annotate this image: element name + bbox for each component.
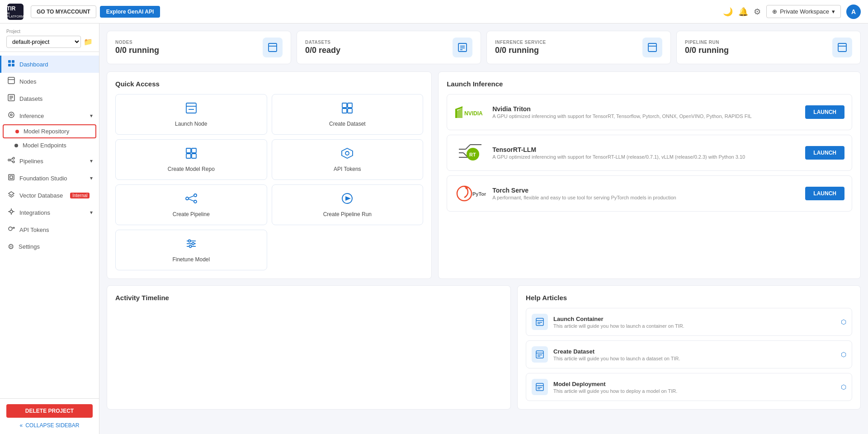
help-item-create-dataset[interactable]: Create Dataset This article will guide y… — [526, 340, 852, 368]
datasets-stat-icon[interactable] — [453, 38, 472, 57]
create-dataset-help-desc: This article will guide you how to launc… — [553, 356, 835, 361]
settings-icon[interactable]: ⚙ — [754, 7, 761, 17]
svg-point-47 — [345, 151, 349, 155]
collapse-sidebar-button[interactable]: « COLLAPSE SIDEBAR — [6, 422, 93, 429]
launch-inference-card: Launch Inference NVIDIA Nvidia Trito — [438, 71, 861, 279]
stat-nodes: NODES 0/0 running — [107, 31, 291, 64]
quick-access-grid: Launch Node Create Dataset Create Model … — [115, 94, 423, 270]
svg-point-24 — [9, 227, 12, 231]
inference-stat-value: 0/0 running — [495, 46, 546, 55]
sidebar-item-datasets[interactable]: Datasets — [0, 90, 99, 107]
torch-serve-launch-button[interactable]: LAUNCH — [805, 187, 844, 200]
launch-node-label: Launch Node — [175, 121, 207, 127]
sidebar-item-vector-database[interactable]: Vector Database Internal — [0, 187, 99, 204]
avatar-button[interactable]: A — [846, 5, 861, 19]
sidebar-item-pipelines[interactable]: Pipelines ▾ — [0, 152, 99, 170]
svg-rect-0 — [8, 60, 11, 63]
create-dataset-help-icon — [532, 346, 548, 363]
sidebar-item-inference[interactable]: Inference ▾ — [0, 107, 99, 124]
project-label: Project — [6, 29, 93, 34]
stat-inference-service: INFERENCE SERVICE 0/0 running — [486, 31, 671, 64]
sidebar-label-model-endpoints: Model Endpoints — [23, 142, 66, 149]
quick-item-finetune-model[interactable]: Finetune Model — [115, 230, 267, 270]
sidebar-item-settings[interactable]: ⚙ Settings — [0, 238, 99, 255]
launch-node-icon — [185, 102, 198, 117]
sidebar-item-dashboard[interactable]: Dashboard — [0, 56, 99, 73]
quick-item-create-pipeline-run[interactable]: Create Pipeline Run — [272, 184, 424, 225]
datasets-stat-value: 0/0 ready — [305, 46, 340, 55]
quick-item-create-dataset[interactable]: Create Dataset — [272, 94, 424, 135]
model-endpoints-dot — [14, 144, 18, 147]
svg-point-58 — [192, 243, 194, 245]
myaccount-button[interactable]: GO TO MYACCOUNT — [31, 5, 96, 18]
svg-rect-38 — [342, 103, 347, 108]
svg-point-49 — [194, 194, 197, 197]
logo-icon: TIR AI PLATFORM — [7, 4, 24, 20]
launch-container-ext-icon: ⬡ — [841, 318, 846, 326]
inference-items: NVIDIA Nvidia Triton A GPU optimized inf… — [447, 94, 852, 212]
sidebar-label-integrations: Integrations — [19, 209, 50, 216]
nodes-stat-label: NODES — [115, 40, 159, 45]
quick-item-create-model-repo[interactable]: Create Model Repo — [115, 139, 267, 180]
help-item-launch-container[interactable]: Launch Container This article will guide… — [526, 308, 852, 336]
help-items-list: Launch Container This article will guide… — [526, 308, 852, 401]
svg-rect-44 — [186, 154, 191, 158]
create-pipeline-run-label: Create Pipeline Run — [323, 211, 372, 217]
create-dataset-label: Create Dataset — [329, 121, 366, 127]
notifications-icon[interactable]: 🔔 — [738, 7, 748, 17]
sidebar-label-settings: Settings — [19, 243, 40, 250]
pipeline-stat-icon[interactable] — [832, 38, 852, 57]
header-right: 🌙 🔔 ⚙ ⊕ Private Workspace ▾ A — [723, 5, 861, 19]
folder-icon[interactable]: 📁 — [84, 38, 93, 46]
help-item-model-deployment[interactable]: Model Deployment This article will guide… — [526, 373, 852, 401]
tensorrt-llm-launch-button[interactable]: LAUNCH — [805, 146, 844, 160]
pipelines-icon — [8, 156, 15, 165]
sidebar-label-api-tokens: API Tokens — [19, 226, 49, 233]
project-select-row: default-project 📁 — [6, 36, 93, 48]
dark-mode-icon[interactable]: 🌙 — [723, 7, 733, 17]
workspace-chevron-icon: ▾ — [832, 8, 835, 15]
project-section: Project default-project 📁 — [0, 24, 99, 52]
svg-rect-3 — [12, 64, 14, 66]
logo: TIR AI PLATFORM — [7, 4, 24, 20]
svg-rect-33 — [838, 43, 846, 52]
svg-rect-40 — [342, 108, 347, 113]
svg-rect-27 — [458, 43, 467, 52]
inference-stat-icon[interactable] — [642, 38, 662, 57]
sidebar-item-integrations[interactable]: Integrations ▾ — [0, 204, 99, 221]
bottom-row: Activity Timeline Help Articles Launch C… — [107, 285, 861, 410]
nvidia-triton-launch-button[interactable]: LAUNCH — [805, 105, 844, 119]
nodes-stat-icon[interactable] — [263, 38, 283, 57]
quick-item-create-pipeline[interactable]: Create Pipeline — [115, 184, 267, 225]
delete-project-button[interactable]: DELETE PROJECT — [6, 404, 93, 418]
svg-rect-31 — [648, 43, 656, 52]
launch-container-icon — [532, 314, 548, 330]
sidebar-item-foundation-studio[interactable]: Foundation Studio ▾ — [0, 170, 99, 187]
sidebar-item-api-tokens[interactable]: API Tokens — [0, 221, 99, 238]
quick-item-launch-node[interactable]: Launch Node — [115, 94, 267, 135]
workspace-button[interactable]: ⊕ Private Workspace ▾ — [766, 5, 841, 18]
create-dataset-ext-icon: ⬡ — [841, 351, 846, 358]
inference-icon — [8, 111, 15, 120]
svg-point-59 — [189, 245, 191, 248]
create-pipeline-icon — [185, 192, 198, 208]
pipeline-stat-label: PIPELINE RUN — [685, 40, 729, 45]
svg-point-14 — [13, 161, 14, 163]
svg-rect-2 — [8, 64, 11, 66]
svg-rect-18 — [10, 176, 13, 179]
quick-item-api-tokens[interactable]: API Tokens — [272, 139, 424, 180]
project-dropdown[interactable]: default-project — [6, 36, 81, 48]
workspace-label: Private Workspace — [780, 8, 829, 15]
sidebar-item-model-repository[interactable]: Model Repository — [3, 124, 96, 138]
sidebar-item-model-endpoints[interactable]: Model Endpoints — [0, 138, 99, 152]
svg-rect-45 — [192, 154, 196, 158]
explore-genai-button[interactable]: Explore GenAI API — [100, 6, 160, 18]
svg-rect-4 — [8, 77, 14, 84]
model-repo-dot — [15, 130, 19, 133]
create-model-repo-icon — [185, 147, 198, 162]
tensorrt-logo: RT — [454, 142, 486, 164]
inference-expand-icon: ▾ — [90, 113, 93, 119]
create-dataset-icon — [341, 102, 354, 117]
settings-nav-icon: ⚙ — [8, 242, 14, 251]
sidebar-item-nodes[interactable]: Nodes — [0, 73, 99, 90]
